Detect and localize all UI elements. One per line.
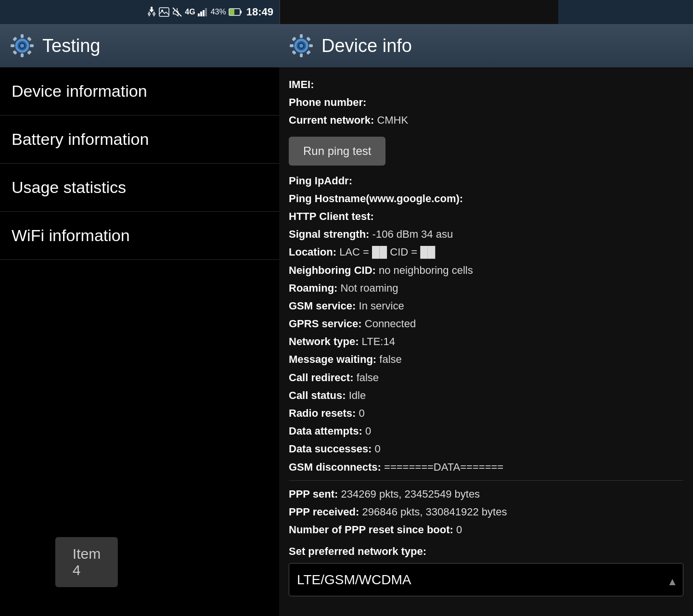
svg-rect-23 bbox=[30, 44, 34, 47]
menu-item-wifi[interactable]: WiFi information bbox=[0, 212, 279, 260]
svg-rect-17 bbox=[230, 9, 234, 15]
location-row: Location: LAC = ██ CID = ██ bbox=[289, 244, 683, 260]
signal-row: Signal strength: -106 dBm 34 asu bbox=[289, 226, 683, 243]
imei-row: IMEI: bbox=[289, 76, 683, 93]
svg-rect-50 bbox=[300, 34, 303, 38]
status-time-left: 18:49 bbox=[246, 6, 273, 18]
network-badge-left: 4G bbox=[185, 8, 195, 16]
right-panel: 4G 43% 18:49 Device info bbox=[279, 0, 693, 616]
svg-rect-54 bbox=[292, 37, 296, 41]
phone-row: Phone number: bbox=[289, 94, 683, 111]
svg-rect-11 bbox=[198, 13, 200, 16]
svg-rect-53 bbox=[309, 44, 313, 47]
panel-divider bbox=[279, 0, 280, 24]
gear-icon-right bbox=[289, 33, 314, 58]
status-icons-left: 4G 43% 18:49 bbox=[147, 6, 273, 18]
gsm-service-row: GSM service: In service bbox=[289, 297, 683, 314]
svg-rect-16 bbox=[240, 11, 242, 13]
svg-rect-22 bbox=[11, 44, 14, 47]
svg-point-2 bbox=[148, 13, 150, 15]
svg-rect-56 bbox=[292, 50, 296, 55]
run-ping-button[interactable]: Run ping test bbox=[289, 137, 385, 166]
data-successes-row: Data successes: 0 bbox=[289, 440, 683, 457]
menu-item-battery[interactable]: Battery information bbox=[0, 116, 279, 164]
svg-rect-26 bbox=[13, 50, 17, 55]
image-icon-left bbox=[159, 7, 169, 17]
svg-rect-24 bbox=[13, 37, 17, 41]
svg-rect-12 bbox=[200, 12, 202, 16]
ping-hostname-row: Ping Hostname(www.google.com): bbox=[289, 190, 683, 207]
mute-icon-left bbox=[172, 7, 182, 17]
status-bar-left: 4G 43% 18:49 bbox=[0, 0, 279, 24]
right-header-title: Device info bbox=[321, 36, 412, 56]
left-header-title: Testing bbox=[42, 36, 100, 56]
ping-ip-row: Ping IpAddr: bbox=[289, 172, 683, 189]
right-header: Device info bbox=[279, 24, 693, 67]
dropdown-arrow-icon: ▲ bbox=[667, 573, 678, 590]
svg-point-59 bbox=[299, 44, 303, 48]
svg-rect-13 bbox=[203, 10, 205, 16]
svg-rect-21 bbox=[21, 53, 24, 57]
left-panel: 4G 43% 18:49 Test bbox=[0, 0, 279, 616]
network-type-row: Network type: LTE:14 bbox=[289, 333, 683, 350]
roaming-row: Roaming: Not roaming bbox=[289, 280, 683, 296]
svg-marker-1 bbox=[149, 10, 154, 13]
svg-rect-25 bbox=[27, 50, 32, 55]
device-info-content: IMEI: Phone number: Current network: CMH… bbox=[279, 67, 693, 616]
preferred-network-dropdown-wrapper: LTE/GSM/WCDMA ▲ bbox=[289, 563, 683, 596]
menu-list: Device information Battery information U… bbox=[0, 67, 279, 616]
ppp-received-row: PPP received: 296846 pkts, 330841922 byt… bbox=[289, 503, 683, 520]
preferred-network-section: Set preferred network type: LTE/GSM/WCDM… bbox=[289, 543, 683, 596]
signal-icon-left bbox=[198, 8, 208, 16]
svg-rect-51 bbox=[300, 53, 303, 57]
svg-point-3 bbox=[153, 13, 155, 15]
gprs-service-row: GPRS service: Connected bbox=[289, 315, 683, 332]
left-header: Testing bbox=[0, 24, 279, 67]
radio-resets-row: Radio resets: 0 bbox=[289, 405, 683, 422]
battery-pct-left: 43% bbox=[211, 8, 226, 16]
menu-item-device[interactable]: Device information bbox=[0, 67, 279, 116]
preferred-network-dropdown[interactable]: LTE/GSM/WCDMA bbox=[289, 563, 683, 596]
svg-rect-55 bbox=[306, 50, 311, 55]
svg-rect-20 bbox=[21, 34, 24, 38]
usb-icon bbox=[147, 7, 156, 17]
svg-rect-14 bbox=[205, 8, 207, 16]
svg-rect-57 bbox=[306, 37, 311, 41]
call-status-row: Call status: Idle bbox=[289, 387, 683, 404]
current-network-row: Current network: CMHK bbox=[289, 112, 683, 128]
gear-icon-left bbox=[10, 33, 35, 58]
ppp-reset-row: Number of PPP reset since boot: 0 bbox=[289, 521, 683, 538]
call-redirect-row: Call redirect: false bbox=[289, 369, 683, 386]
svg-rect-27 bbox=[27, 37, 32, 41]
svg-point-29 bbox=[20, 44, 24, 48]
data-attempts-row: Data attempts: 0 bbox=[289, 423, 683, 439]
separator bbox=[289, 480, 683, 481]
neighboring-cid-row: Neighboring CID: no neighboring cells bbox=[289, 262, 683, 279]
gsm-disconnects-row: GSM disconnects: ========DATA======= bbox=[289, 459, 683, 475]
message-waiting-row: Message waiting: false bbox=[289, 351, 683, 368]
http-client-row: HTTP Client test: bbox=[289, 208, 683, 225]
status-bar-right: 4G 43% 18:49 bbox=[558, 0, 693, 24]
svg-rect-52 bbox=[290, 44, 294, 47]
ppp-sent-row: PPP sent: 234269 pkts, 23452549 bytes bbox=[289, 486, 683, 502]
battery-icon-left bbox=[229, 8, 242, 16]
preferred-network-label: Set preferred network type: bbox=[289, 543, 683, 560]
menu-item-usage[interactable]: Usage statistics bbox=[0, 164, 279, 212]
